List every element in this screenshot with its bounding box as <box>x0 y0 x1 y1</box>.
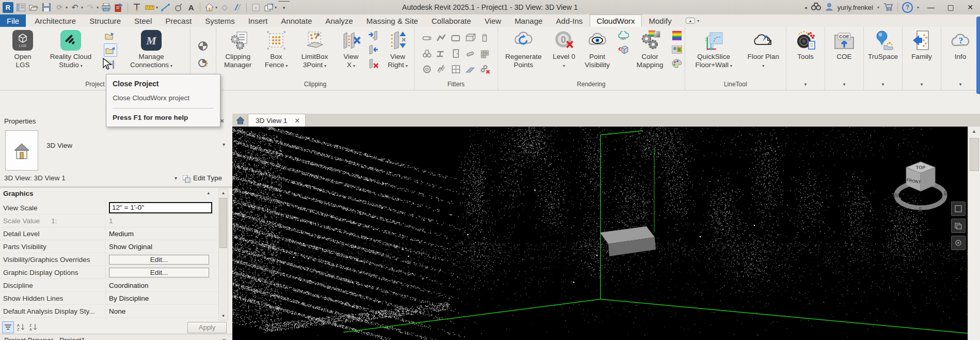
graphics-section-header[interactable]: Graphics ▴ <box>0 189 232 200</box>
project-browser-close-icon[interactable]: × <box>222 334 226 340</box>
slice-remove-icon[interactable] <box>367 57 380 70</box>
edit-button[interactable]: Edit <box>109 319 209 320</box>
revit-logo-icon[interactable]: R <box>2 2 13 13</box>
search-binoculars-icon[interactable] <box>811 3 821 12</box>
scroll-thumb[interactable] <box>219 198 227 248</box>
edit-button[interactable]: Edit... <box>109 268 209 277</box>
property-value[interactable]: Coordination <box>106 279 219 291</box>
type-selector-caret-icon[interactable]: ▾ <box>223 142 225 147</box>
close-button[interactable]: ✕ <box>962 3 978 11</box>
floor-plan-button[interactable]: Floor Plan▾ <box>741 28 785 69</box>
panel-caret-family[interactable]: ▾ <box>903 80 941 90</box>
close-project-button[interactable] <box>104 43 117 57</box>
color-mapping-button[interactable]: ColorMapping <box>631 28 669 69</box>
scroll-down-icon[interactable]: ▼ <box>219 312 228 320</box>
elbow-fitting-icon[interactable] <box>434 30 449 46</box>
section-collapse-icon[interactable]: ▴ <box>207 190 210 195</box>
help-caret-icon[interactable]: ▾ <box>917 5 919 10</box>
help-icon[interactable]: ? <box>902 2 913 13</box>
apply-button[interactable]: Apply <box>187 322 227 333</box>
framing-fitting-icon[interactable] <box>434 61 449 77</box>
panel-caret-coe[interactable]: ▾ <box>825 80 863 90</box>
door-fitting-icon[interactable] <box>449 46 463 61</box>
window-fitting-icon[interactable] <box>449 61 463 77</box>
steering-wheel-dots-icon[interactable] <box>197 56 209 69</box>
thin-lines-icon[interactable] <box>232 2 243 13</box>
view-diamond-icon[interactable]: ◇ <box>219 2 230 13</box>
color-photo-icon[interactable] <box>671 43 683 56</box>
dropdown-caret-icon[interactable]: ▾ <box>286 64 288 68</box>
dropdown-caret-icon[interactable]: ▾ <box>405 64 407 68</box>
duct-fitting-icon[interactable] <box>449 30 463 46</box>
undo-caret-icon[interactable]: ▾ <box>81 5 83 10</box>
text-icon[interactable]: A <box>185 2 197 13</box>
maximize-button[interactable]: ▢ <box>943 3 958 11</box>
truspace-button[interactable]: TruSpace <box>865 28 901 61</box>
canvas-tool-camera-icon[interactable] <box>951 236 966 250</box>
dropdown-caret-icon[interactable]: ▾ <box>353 64 355 68</box>
sync-icon[interactable]: ⟳ <box>54 2 65 13</box>
edit-type-icon[interactable] <box>183 175 191 183</box>
section-icon[interactable] <box>131 2 143 13</box>
sprinkler-fitting-icon[interactable] <box>420 46 434 61</box>
redo-icon[interactable]: ↷ <box>85 2 96 13</box>
project-browser-caption[interactable]: Project Browser - Project1 × <box>0 334 232 340</box>
edit-button[interactable]: Edit... <box>109 255 209 265</box>
box-fitting-icon[interactable] <box>463 30 478 46</box>
home-icon[interactable] <box>203 2 215 13</box>
clipping-manager-button[interactable]: ClippingManager <box>216 28 259 69</box>
qat-customize-icon[interactable]: ▾ <box>278 1 290 13</box>
tab-architecture[interactable]: Architecture <box>28 14 83 27</box>
cloud-wire-icon[interactable] <box>617 29 629 42</box>
ribbon-collapse-icon[interactable]: ▴ <box>686 18 696 24</box>
disconnect-fitting-icon[interactable] <box>478 61 492 77</box>
aligned-dimension-icon[interactable] <box>160 2 171 13</box>
point-cloud-canvas[interactable] <box>232 127 968 340</box>
switch-windows-caret-icon[interactable]: ▾ <box>275 5 277 10</box>
open-icon[interactable] <box>28 2 39 13</box>
measure-caret-icon[interactable]: ▾ <box>156 5 158 10</box>
tab-cloudworx[interactable]: CloudWorx <box>590 14 642 27</box>
coe-button[interactable]: COECOE <box>826 28 862 61</box>
dropdown-caret-icon[interactable]: ▾ <box>563 64 565 68</box>
sort-ascending-icon[interactable]: AZ <box>15 321 26 332</box>
limitbox-3point-button[interactable]: LimitBox3Point▾ <box>293 28 336 70</box>
dropdown-caret-icon[interactable]: ▾ <box>81 64 83 68</box>
filter-icon[interactable] <box>2 321 14 333</box>
close-hidden-windows-icon[interactable]: x <box>250 2 261 13</box>
scroll-up-icon[interactable]: ▲ <box>219 189 228 197</box>
palette-icon[interactable] <box>671 57 683 70</box>
property-value[interactable]: Edit <box>106 318 219 319</box>
instance-caret-icon[interactable]: ▾ <box>175 175 177 181</box>
info-button[interactable]: ?Info <box>942 28 978 61</box>
transfer-icon[interactable] <box>113 2 124 13</box>
open-lgs-button[interactable]: LGS OpenLGS <box>6 28 39 69</box>
reality-cloud-studio-button[interactable]: Reality CloudStudio▾ <box>39 28 102 70</box>
canvas-tool-layers-icon[interactable] <box>951 219 966 233</box>
edit-type-button[interactable]: Edit Type <box>193 174 222 182</box>
ribbon-collapse-caret-icon[interactable]: ▾ <box>697 19 699 23</box>
color-bar-icon[interactable] <box>671 29 683 42</box>
cylinder-fitting-icon[interactable] <box>478 30 492 46</box>
beam-fitting-icon[interactable] <box>434 46 449 61</box>
tab-view[interactable]: View <box>478 14 508 27</box>
canvas-tool-box-icon[interactable] <box>951 202 966 216</box>
regenerate-points-button[interactable]: RegeneratePoints <box>498 28 549 69</box>
view-right-button[interactable]: ViewRight▾ <box>381 28 414 70</box>
viewport-scrollbar[interactable]: ▲ <box>968 127 980 340</box>
ramp-fitting-icon[interactable] <box>463 61 478 77</box>
back-arrow-icon[interactable]: ◂ <box>804 5 807 10</box>
slice-in-icon[interactable] <box>367 29 380 42</box>
slice-back-icon[interactable] <box>367 43 380 56</box>
pipe-fitting-icon[interactable] <box>420 30 434 46</box>
type-selector[interactable]: 3D View ▾ <box>0 130 232 171</box>
open-project-button[interactable] <box>104 29 116 42</box>
cable-tray-fitting-icon[interactable] <box>478 46 492 61</box>
dropdown-caret-icon[interactable]: ▾ <box>170 64 172 68</box>
minimize-button[interactable]: — <box>923 3 939 11</box>
cart-icon[interactable] <box>883 3 893 12</box>
conduit-fitting-icon[interactable] <box>463 46 478 61</box>
property-value[interactable]: 12" = 1'-0" <box>106 202 219 214</box>
panel-caret-tools[interactable]: ▾ <box>786 80 825 90</box>
steering-wheel-icon[interactable] <box>197 40 209 52</box>
